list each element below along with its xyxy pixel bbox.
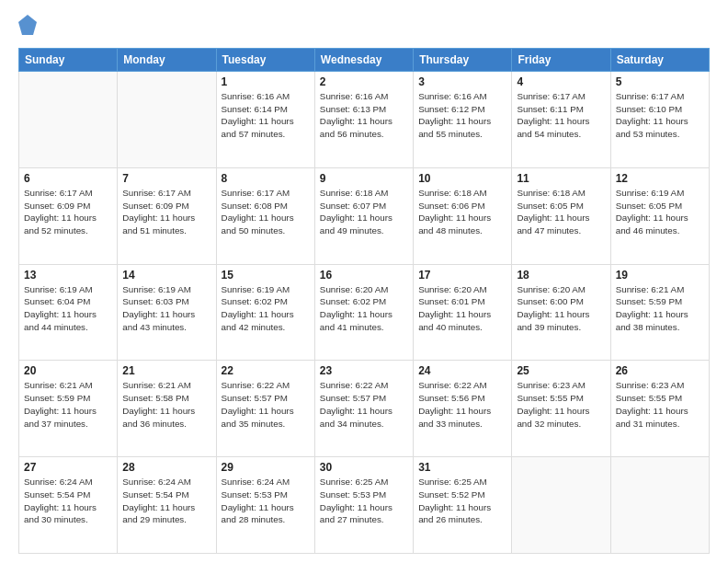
day-number: 23 (320, 364, 408, 377)
day-info: Sunrise: 6:17 AMSunset: 6:09 PMDaylight:… (122, 187, 210, 237)
week-row-1: 1Sunrise: 6:16 AMSunset: 6:14 PMDaylight… (19, 72, 710, 168)
calendar-cell (512, 457, 610, 554)
calendar-cell: 15Sunrise: 6:19 AMSunset: 6:02 PMDayligh… (216, 264, 314, 361)
week-row-5: 27Sunrise: 6:24 AMSunset: 5:54 PMDayligh… (19, 457, 710, 554)
calendar-cell: 6Sunrise: 6:17 AMSunset: 6:09 PMDaylight… (19, 167, 118, 264)
day-number: 5 (616, 75, 704, 88)
day-info: Sunrise: 6:17 AMSunset: 6:08 PMDaylight:… (222, 187, 310, 237)
calendar-cell: 8Sunrise: 6:17 AMSunset: 6:08 PMDaylight… (216, 167, 314, 264)
day-info: Sunrise: 6:16 AMSunset: 6:13 PMDaylight:… (320, 90, 408, 141)
day-info: Sunrise: 6:21 AMSunset: 5:59 PMDaylight:… (24, 379, 112, 430)
calendar-cell: 4Sunrise: 6:17 AMSunset: 6:11 PMDaylight… (512, 72, 610, 168)
day-number: 10 (418, 172, 506, 185)
calendar-cell: 11Sunrise: 6:18 AMSunset: 6:05 PMDayligh… (512, 167, 610, 264)
calendar-cell: 26Sunrise: 6:23 AMSunset: 5:55 PMDayligh… (610, 361, 709, 457)
calendar-cell: 21Sunrise: 6:21 AMSunset: 5:58 PMDayligh… (118, 361, 216, 457)
page: SundayMondayTuesdayWednesdayThursdayFrid… (0, 0, 728, 563)
day-info: Sunrise: 6:18 AMSunset: 6:05 PMDaylight:… (517, 187, 605, 237)
week-row-2: 6Sunrise: 6:17 AMSunset: 6:09 PMDaylight… (19, 167, 710, 264)
calendar-cell: 19Sunrise: 6:21 AMSunset: 5:59 PMDayligh… (610, 264, 709, 361)
calendar-cell: 22Sunrise: 6:22 AMSunset: 5:57 PMDayligh… (216, 361, 314, 457)
day-number: 13 (24, 269, 112, 282)
day-info: Sunrise: 6:25 AMSunset: 5:52 PMDaylight:… (418, 476, 506, 526)
weekday-header-thursday: Thursday (414, 49, 512, 72)
day-number: 30 (320, 461, 408, 474)
day-number: 22 (222, 364, 310, 377)
day-number: 8 (222, 172, 310, 185)
day-info: Sunrise: 6:21 AMSunset: 5:58 PMDaylight:… (122, 379, 210, 430)
day-number: 16 (320, 269, 408, 282)
logo (18, 15, 40, 39)
calendar-cell: 29Sunrise: 6:24 AMSunset: 5:53 PMDayligh… (216, 457, 314, 554)
calendar-cell: 24Sunrise: 6:22 AMSunset: 5:56 PMDayligh… (414, 361, 512, 457)
day-number: 4 (517, 75, 605, 88)
day-number: 9 (320, 172, 408, 185)
weekday-header-saturday: Saturday (610, 49, 709, 72)
calendar-cell: 10Sunrise: 6:18 AMSunset: 6:06 PMDayligh… (414, 167, 512, 264)
day-number: 25 (517, 364, 605, 377)
calendar-cell: 1Sunrise: 6:16 AMSunset: 6:14 PMDaylight… (216, 72, 314, 168)
day-info: Sunrise: 6:21 AMSunset: 5:59 PMDaylight:… (616, 283, 704, 334)
day-number: 26 (616, 364, 704, 377)
calendar-cell: 12Sunrise: 6:19 AMSunset: 6:05 PMDayligh… (610, 167, 709, 264)
day-info: Sunrise: 6:20 AMSunset: 6:00 PMDaylight:… (517, 283, 605, 334)
calendar-cell: 23Sunrise: 6:22 AMSunset: 5:57 PMDayligh… (314, 361, 413, 457)
calendar-cell: 7Sunrise: 6:17 AMSunset: 6:09 PMDaylight… (118, 167, 216, 264)
day-number: 31 (418, 461, 506, 474)
day-info: Sunrise: 6:25 AMSunset: 5:53 PMDaylight:… (320, 476, 408, 526)
day-info: Sunrise: 6:20 AMSunset: 6:02 PMDaylight:… (320, 283, 408, 334)
day-info: Sunrise: 6:22 AMSunset: 5:56 PMDaylight:… (418, 379, 506, 430)
day-info: Sunrise: 6:18 AMSunset: 6:06 PMDaylight:… (418, 187, 506, 237)
day-info: Sunrise: 6:18 AMSunset: 6:07 PMDaylight:… (320, 187, 408, 237)
day-number: 15 (222, 269, 310, 282)
day-info: Sunrise: 6:17 AMSunset: 6:11 PMDaylight:… (517, 90, 605, 141)
week-row-4: 20Sunrise: 6:21 AMSunset: 5:59 PMDayligh… (19, 361, 710, 457)
weekday-header-row: SundayMondayTuesdayWednesdayThursdayFrid… (19, 49, 710, 72)
day-info: Sunrise: 6:24 AMSunset: 5:54 PMDaylight:… (122, 476, 210, 526)
calendar-cell: 9Sunrise: 6:18 AMSunset: 6:07 PMDaylight… (314, 167, 413, 264)
calendar-table: SundayMondayTuesdayWednesdayThursdayFrid… (18, 48, 710, 554)
day-info: Sunrise: 6:17 AMSunset: 6:10 PMDaylight:… (616, 90, 704, 141)
calendar-cell (610, 457, 709, 554)
day-number: 3 (418, 75, 506, 88)
day-info: Sunrise: 6:19 AMSunset: 6:05 PMDaylight:… (616, 187, 704, 237)
day-number: 28 (122, 461, 210, 474)
day-number: 24 (418, 364, 506, 377)
header (18, 15, 710, 39)
day-number: 6 (24, 172, 112, 185)
calendar-cell: 13Sunrise: 6:19 AMSunset: 6:04 PMDayligh… (19, 264, 118, 361)
day-info: Sunrise: 6:20 AMSunset: 6:01 PMDaylight:… (418, 283, 506, 334)
day-number: 7 (122, 172, 210, 185)
day-number: 18 (517, 269, 605, 282)
day-number: 14 (122, 269, 210, 282)
day-number: 21 (122, 364, 210, 377)
day-number: 29 (222, 461, 310, 474)
day-info: Sunrise: 6:19 AMSunset: 6:04 PMDaylight:… (24, 283, 112, 334)
day-number: 19 (616, 269, 704, 282)
day-info: Sunrise: 6:22 AMSunset: 5:57 PMDaylight:… (320, 379, 408, 430)
day-number: 11 (517, 172, 605, 185)
day-info: Sunrise: 6:19 AMSunset: 6:02 PMDaylight:… (222, 283, 310, 334)
day-info: Sunrise: 6:22 AMSunset: 5:57 PMDaylight:… (222, 379, 310, 430)
weekday-header-friday: Friday (512, 49, 610, 72)
calendar-cell (118, 72, 216, 168)
week-row-3: 13Sunrise: 6:19 AMSunset: 6:04 PMDayligh… (19, 264, 710, 361)
day-number: 1 (222, 75, 310, 88)
day-info: Sunrise: 6:19 AMSunset: 6:03 PMDaylight:… (122, 283, 210, 334)
calendar-cell: 31Sunrise: 6:25 AMSunset: 5:52 PMDayligh… (414, 457, 512, 554)
day-info: Sunrise: 6:16 AMSunset: 6:12 PMDaylight:… (418, 90, 506, 141)
day-info: Sunrise: 6:24 AMSunset: 5:53 PMDaylight:… (222, 476, 310, 526)
day-number: 12 (616, 172, 704, 185)
day-number: 17 (418, 269, 506, 282)
day-info: Sunrise: 6:24 AMSunset: 5:54 PMDaylight:… (24, 476, 112, 526)
calendar-cell: 27Sunrise: 6:24 AMSunset: 5:54 PMDayligh… (19, 457, 118, 554)
day-number: 2 (320, 75, 408, 88)
calendar-cell: 14Sunrise: 6:19 AMSunset: 6:03 PMDayligh… (118, 264, 216, 361)
weekday-header-sunday: Sunday (19, 49, 118, 72)
calendar-cell: 16Sunrise: 6:20 AMSunset: 6:02 PMDayligh… (314, 264, 413, 361)
calendar-cell: 17Sunrise: 6:20 AMSunset: 6:01 PMDayligh… (414, 264, 512, 361)
day-number: 27 (24, 461, 112, 474)
calendar-cell (19, 72, 118, 168)
day-info: Sunrise: 6:17 AMSunset: 6:09 PMDaylight:… (24, 187, 112, 237)
calendar-cell: 18Sunrise: 6:20 AMSunset: 6:00 PMDayligh… (512, 264, 610, 361)
